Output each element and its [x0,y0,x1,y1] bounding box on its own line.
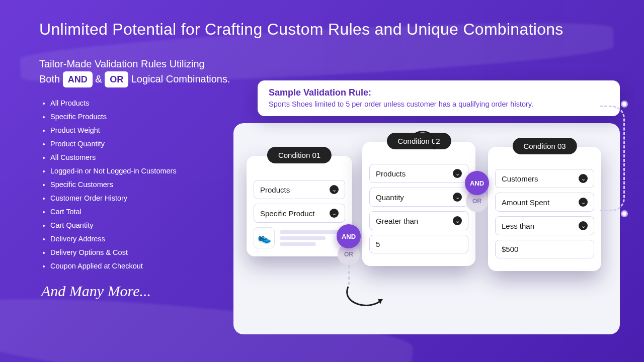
dashed-connector [599,101,634,216]
condition-card-2: Condition 02 Products ⌄ Quantity ⌄ Great… [362,142,475,266]
chevron-down-icon: ⌄ [579,174,588,183]
select-label: Less than [502,222,534,230]
select-quantity[interactable]: Quantity ⌄ [369,188,468,207]
sample-rule-card: Sample Validation Rule: Sports Shoes lim… [258,80,620,116]
select-label: Products [260,186,290,194]
page-title: Unlimited Potential for Crafting Custom … [39,20,564,39]
chevron-down-icon: ⌄ [579,221,588,230]
select-amount-spent[interactable]: Amount Spent ⌄ [495,193,594,212]
list-item: Logged-in or Not Logged-in Customers [50,164,177,178]
subtitle-word-logical: Logical Combinations. [131,73,230,84]
or-pill: OR [105,71,128,87]
and-toggle[interactable]: AND [337,224,361,248]
sample-rule-heading: Sample Validation Rule: [269,87,609,98]
chevron-down-icon: ⌄ [330,209,339,218]
joiner-stem [348,265,350,285]
condition-tab: Condition 01 [267,147,332,163]
select-label: Specific Product [260,209,314,218]
list-item: Coupon Applied at Checkout [50,259,177,273]
list-item: Cart Total [50,205,177,219]
arrow-icon [412,129,447,156]
select-label: Quantity [376,193,404,202]
chevron-down-icon: ⌄ [579,198,588,207]
subtitle: Tailor-Made Validation Rules Utilizing B… [39,56,230,87]
value-text: 5 [376,240,380,248]
chevron-down-icon: ⌄ [330,185,339,194]
list-item: Cart Quantity [50,219,177,232]
and-pill: AND [63,71,93,87]
list-item: Customer Order History [50,192,177,205]
connector-dot [621,210,628,217]
value-text: $500 [502,245,518,253]
list-item: Product Quantity [50,137,177,151]
arrow-icon [343,284,388,316]
list-item: All Products [50,97,177,110]
and-toggle[interactable]: AND [465,171,489,195]
select-label: Customers [502,174,538,183]
sample-rule-desc: Sports Shoes limited to 5 per order unle… [269,100,609,108]
list-item: Delivery Address [50,232,177,246]
ampersand: & [95,73,102,84]
placeholder-lines [280,228,345,248]
and-many-more: And Many More... [41,283,151,300]
value-input[interactable]: 5 [369,235,468,253]
list-item: Product Weight [50,124,177,137]
select-specific-product[interactable]: Specific Product ⌄ [254,204,345,223]
select-label: Products [376,169,406,178]
select-label: Greater than [376,217,418,225]
list-item: All Customers [50,151,177,164]
select-label: Amount Spent [502,198,549,207]
subtitle-line1: Tailor-Made Validation Rules Utilizing [39,58,205,69]
select-products[interactable]: Products ⌄ [369,164,468,183]
subtitle-word-both: Both [39,73,60,84]
value-input[interactable]: $500 [495,240,594,258]
select-products[interactable]: Products ⌄ [254,180,345,199]
chevron-down-icon: ⌄ [453,216,462,225]
logic-joiner-2-3: AND OR [465,171,489,212]
list-item: Specific Products [50,110,177,124]
connector-dot [621,101,628,108]
chevron-down-icon: ⌄ [453,169,462,178]
select-operator[interactable]: Less than ⌄ [495,216,594,235]
list-item: Specific Customers [50,178,177,192]
product-row: 👟 [254,227,345,248]
logic-joiner-1-2: AND OR [337,224,361,285]
feature-list: All Products Specific Products Product W… [50,97,177,273]
condition-tab: Condition 03 [512,138,577,154]
select-operator[interactable]: Greater than ⌄ [369,211,468,230]
select-customers[interactable]: Customers ⌄ [495,169,594,188]
condition-card-3: Condition 03 Customers ⌄ Amount Spent ⌄ … [488,147,601,271]
shoe-icon: 👟 [254,227,275,248]
list-item: Delivery Options & Cost [50,246,177,259]
chevron-down-icon: ⌄ [453,193,462,202]
